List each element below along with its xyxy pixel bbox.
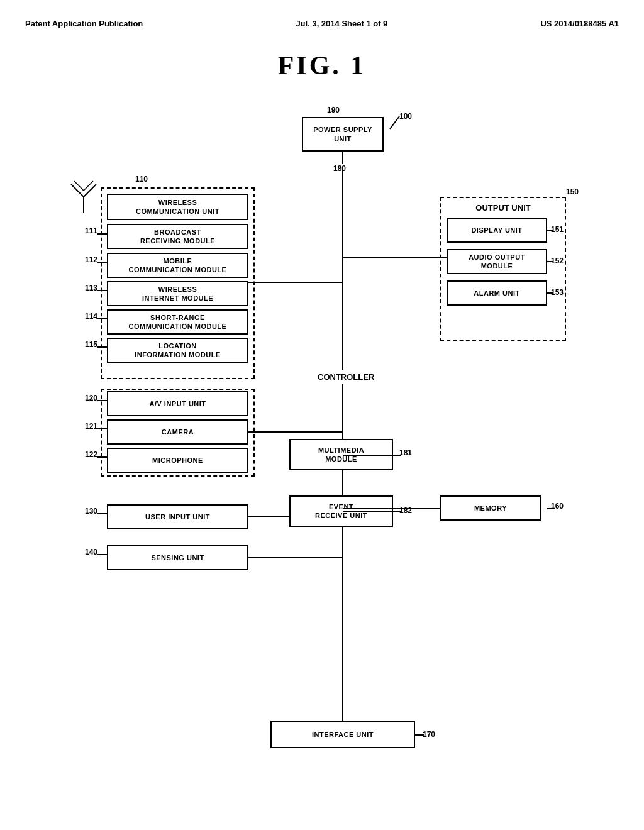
label-170: 170 bbox=[423, 730, 435, 739]
box-broadcast: BROADCAST RECEIVING MODULE bbox=[107, 224, 248, 249]
box-sensing: SENSING UNIT bbox=[107, 545, 248, 570]
line-to-multimedia bbox=[343, 455, 393, 456]
svg-line-2 bbox=[71, 184, 84, 197]
label-180: 180 bbox=[333, 164, 346, 173]
line-152 bbox=[547, 261, 553, 262]
box-alarm: ALARM UNIT bbox=[447, 280, 547, 306]
label-140: 140 bbox=[85, 548, 97, 556]
label-181: 181 bbox=[399, 448, 412, 457]
label-113: 113 bbox=[85, 284, 97, 292]
label-120: 120 bbox=[85, 394, 97, 402]
label-110: 110 bbox=[135, 175, 148, 184]
line-153 bbox=[547, 292, 553, 294]
box-display: DISPLAY UNIT bbox=[447, 218, 547, 243]
page-header: Patent Application Publication Jul. 3, 2… bbox=[25, 13, 619, 31]
box-interface: INTERFACE UNIT bbox=[270, 721, 415, 748]
diagram-area: 190 POWER SUPPLY UNIT 100 180 CONTROLLER… bbox=[25, 106, 619, 797]
label-190: 190 bbox=[327, 106, 340, 114]
line-114 bbox=[97, 318, 107, 319]
figure-title: FIG. 1 bbox=[25, 50, 619, 80]
box-wireless-internet: WIRELESS INTERNET MODULE bbox=[107, 281, 248, 306]
line-160 bbox=[547, 508, 553, 509]
box-av-input: A/V INPUT UNIT bbox=[107, 391, 248, 416]
line-112 bbox=[97, 262, 107, 263]
line-to-event bbox=[343, 511, 393, 512]
line-main-to-output bbox=[343, 257, 447, 258]
antenna-icon bbox=[68, 178, 99, 216]
header-right: US 2014/0188485 A1 bbox=[540, 19, 619, 28]
line-115 bbox=[97, 346, 107, 348]
line-av-to-main bbox=[248, 431, 343, 433]
slash-100 bbox=[387, 113, 402, 132]
label-112: 112 bbox=[85, 255, 97, 264]
box-audio-output: AUDIO OUTPUT MODULE bbox=[447, 249, 547, 274]
controller-label: CONTROLLER bbox=[318, 370, 374, 384]
header-center: Jul. 3, 2014 Sheet 1 of 9 bbox=[296, 19, 387, 28]
line-182 bbox=[393, 511, 401, 512]
header-left: Patent Application Publication bbox=[25, 19, 143, 28]
label-115: 115 bbox=[85, 340, 97, 349]
line-181 bbox=[393, 455, 401, 456]
line-122 bbox=[97, 456, 107, 458]
output-unit-label: OUTPUT UNIT bbox=[453, 203, 553, 213]
line-to-interface bbox=[342, 689, 343, 721]
box-user-input: USER INPUT UNIT bbox=[107, 504, 248, 529]
line-120 bbox=[97, 400, 107, 401]
label-121: 121 bbox=[85, 422, 97, 431]
line-170 bbox=[415, 734, 424, 736]
label-150: 150 bbox=[566, 187, 579, 196]
svg-line-0 bbox=[390, 116, 399, 129]
box-microphone: MICROPHONE bbox=[107, 448, 248, 473]
line-111 bbox=[97, 233, 107, 235]
svg-line-3 bbox=[84, 184, 96, 197]
line-113 bbox=[97, 290, 107, 291]
line-121 bbox=[97, 428, 107, 429]
line-151 bbox=[547, 230, 553, 231]
box-memory: MEMORY bbox=[440, 495, 541, 521]
line-wireless-to-main bbox=[248, 282, 343, 283]
label-111: 111 bbox=[85, 226, 97, 235]
label-114: 114 bbox=[85, 312, 97, 321]
box-mobile-comm: MOBILE COMMUNICATION MODULE bbox=[107, 253, 248, 278]
box-location: LOCATION INFORMATION MODULE bbox=[107, 338, 248, 363]
line-140 bbox=[97, 554, 107, 555]
box-power-supply: POWER SUPPLY UNIT bbox=[302, 117, 384, 152]
label-130: 130 bbox=[85, 507, 97, 516]
box-wireless-comm: WIRELESS COMMUNICATION UNIT bbox=[107, 194, 248, 220]
main-vertical-line bbox=[342, 167, 343, 689]
line-to-memory bbox=[343, 508, 440, 509]
line-sensing-to-main bbox=[248, 557, 343, 558]
label-122: 122 bbox=[85, 450, 97, 459]
line-130 bbox=[97, 513, 107, 514]
box-short-range: SHORT-RANGE COMMUNICATION MODULE bbox=[107, 309, 248, 335]
box-camera: CAMERA bbox=[107, 419, 248, 445]
